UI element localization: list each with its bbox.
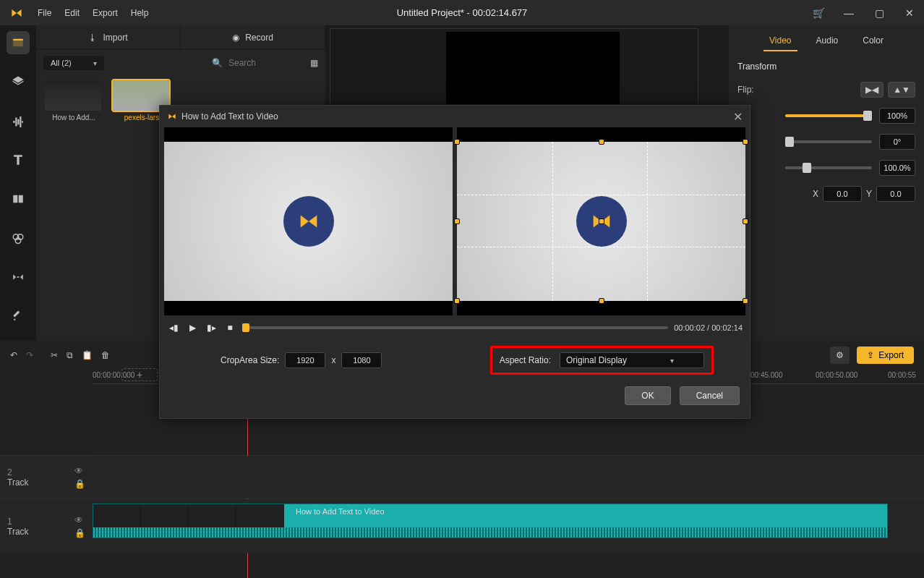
rail-sticker-icon[interactable] — [7, 305, 30, 328]
crop-handle[interactable] — [743, 298, 748, 304]
next-frame-button[interactable]: ▮▸ — [205, 321, 218, 334]
cancel-button[interactable]: Cancel — [680, 386, 740, 405]
crop-overlay[interactable] — [457, 142, 745, 301]
flip-horizontal-button[interactable]: ▶◀ — [860, 82, 884, 98]
crop-size-label: CropArea Size: — [221, 355, 279, 365]
grid-view-icon[interactable]: ▦ — [310, 58, 318, 68]
dialog-close-button[interactable]: ✕ — [733, 110, 743, 124]
media-filter-dropdown[interactable]: All (2)▾ — [43, 56, 104, 70]
stop-button[interactable]: ■ — [223, 321, 236, 334]
media-thumb-label: How to Add... — [45, 114, 103, 122]
tab-audio[interactable]: Audio — [810, 31, 844, 51]
track-label: Track — [7, 527, 29, 537]
flip-vertical-button[interactable]: ▲▼ — [888, 82, 915, 98]
window-title: Untitled Project* - 00:02:14.677 — [397, 7, 528, 18]
redo-button[interactable]: ↷ — [26, 350, 33, 360]
search-input[interactable]: 🔍 — [207, 55, 304, 71]
crop-handle[interactable] — [454, 298, 460, 304]
rail-transition-icon[interactable] — [7, 265, 30, 289]
close-button[interactable]: ✕ — [895, 0, 924, 25]
record-tab[interactable]: ◉Record — [181, 25, 325, 49]
menu-help[interactable]: Help — [131, 8, 149, 18]
scale-slider[interactable] — [785, 166, 872, 169]
play-button[interactable]: ▶ — [186, 321, 199, 334]
timeline-settings-icon[interactable]: ⚙ — [830, 347, 850, 364]
media-thumb-1[interactable]: How to Add... — [45, 80, 103, 122]
track-1: 1Track 👁🔒 How to Add Text to Video — [0, 498, 924, 553]
ruler-time: 00:00:55 — [888, 371, 916, 379]
rotate-slider[interactable] — [785, 140, 872, 143]
rail-split-icon[interactable] — [7, 187, 30, 211]
import-icon: ⭳ — [88, 33, 97, 43]
rail-text-icon[interactable] — [7, 148, 30, 171]
tab-video[interactable]: Video — [763, 31, 797, 51]
undo-button[interactable]: ↶ — [10, 350, 17, 360]
record-icon: ◉ — [232, 33, 239, 43]
crop-height-input[interactable]: 1080 — [341, 352, 382, 368]
position-x[interactable]: 0.0 — [823, 186, 862, 202]
prev-frame-button[interactable]: ◂▮ — [167, 321, 180, 334]
copy-button[interactable]: ⧉ — [67, 350, 73, 360]
opacity-value[interactable]: 100% — [879, 108, 915, 124]
crop-preview-edit[interactable] — [457, 127, 745, 315]
crop-handle[interactable] — [743, 218, 748, 224]
ruler-time: 00:00:00.000 — [93, 371, 134, 379]
dialog-title: How to Add Text to Video — [181, 111, 278, 122]
app-logo-icon — [167, 111, 177, 122]
tab-color[interactable]: Color — [857, 31, 889, 51]
visibility-icon[interactable]: 👁 — [74, 466, 85, 476]
crop-width-input[interactable]: 1920 — [285, 352, 325, 368]
track-number: 1 — [7, 517, 29, 527]
menu-file[interactable]: File — [38, 8, 51, 18]
left-rail — [0, 25, 36, 341]
crop-handle[interactable] — [454, 139, 460, 145]
logo-icon — [283, 196, 334, 247]
crop-handle[interactable] — [599, 218, 604, 224]
position-y[interactable]: 0.0 — [876, 186, 915, 202]
menu-export[interactable]: Export — [93, 8, 118, 18]
crop-dialog: How to Add Text to Video ✕ — [159, 105, 750, 419]
clip-title: How to Add Text to Video — [296, 507, 385, 516]
ok-button[interactable]: OK — [625, 386, 670, 405]
crop-handle[interactable] — [743, 139, 748, 145]
track-2: 2Track 👁🔒 — [0, 455, 924, 498]
lock-icon[interactable]: 🔒 — [74, 528, 85, 538]
app-logo-icon — [0, 6, 33, 20]
cart-icon[interactable]: 🛒 — [804, 0, 833, 25]
y-label: Y — [866, 189, 872, 199]
rotate-value[interactable]: 0° — [879, 134, 915, 150]
delete-button[interactable]: 🗑 — [101, 350, 110, 360]
seek-bar[interactable] — [242, 326, 668, 329]
maximize-button[interactable]: ▢ — [865, 0, 894, 25]
aspect-ratio-dropdown[interactable]: Original Display▾ — [560, 352, 704, 368]
ruler-time: 00:00:50.000 — [816, 371, 857, 379]
visibility-icon[interactable]: 👁 — [74, 515, 85, 525]
search-icon: 🔍 — [212, 58, 223, 68]
minimize-button[interactable]: ― — [834, 0, 863, 25]
cut-button[interactable]: ✂ — [51, 350, 58, 360]
crop-handle[interactable] — [599, 298, 604, 304]
rail-effects-icon[interactable] — [7, 226, 30, 250]
track-number: 2 — [7, 467, 29, 477]
timeline-clip[interactable]: How to Add Text to Video — [93, 503, 888, 538]
ruler-time: 00:45.000 — [750, 371, 783, 379]
export-button[interactable]: ⇪Export — [857, 347, 914, 364]
crop-handle[interactable] — [599, 139, 604, 145]
rail-layers-icon[interactable] — [7, 70, 30, 93]
menu-edit[interactable]: Edit — [64, 8, 80, 18]
rail-audio-icon[interactable] — [7, 109, 30, 132]
time-display: 00:00:02 / 00:02:14 — [674, 323, 743, 332]
export-icon: ⇪ — [867, 350, 874, 360]
properties-panel: Video Audio Color Transform Flip: ▶◀ ▲▼ … — [729, 25, 924, 341]
rail-media-icon[interactable] — [7, 31, 30, 54]
scale-value[interactable]: 100.0% — [879, 160, 915, 176]
opacity-slider[interactable] — [785, 114, 872, 117]
track-label: Track — [7, 477, 29, 488]
import-tab[interactable]: ⭳Import — [36, 25, 181, 49]
aspect-ratio-highlight: Aspect Ratio: Original Display▾ — [490, 346, 714, 375]
x-separator: x — [331, 355, 335, 365]
crop-handle[interactable] — [454, 218, 460, 224]
paste-button[interactable]: 📋 — [82, 350, 93, 360]
preview-mini — [330, 28, 698, 108]
lock-icon[interactable]: 🔒 — [74, 479, 85, 489]
